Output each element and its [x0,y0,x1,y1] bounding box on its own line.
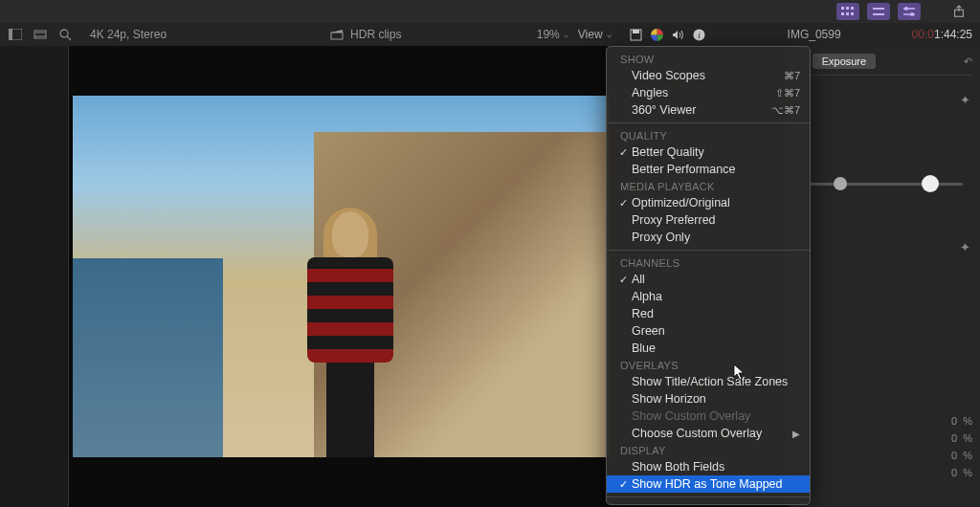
svg-rect-15 [34,31,46,38]
svg-rect-5 [851,12,854,15]
clip-name: HDR clips [350,28,401,41]
clip-title: IMG_0599 [788,28,841,41]
view-menu-button[interactable]: View ⌵ [572,26,617,43]
menu-item-optimized[interactable]: ✓Optimized/Original [607,194,810,211]
chevron-down-icon[interactable]: ⌵ [564,30,568,39]
menu-header-overlays: OVERLAYS [607,357,810,373]
zoom-percent[interactable]: 19% [537,28,560,41]
clapperboard-icon [329,27,345,42]
svg-rect-20 [331,33,343,39]
menu-item-blue[interactable]: Blue [607,340,810,357]
inspector-panel: ‹ Exposure ↶ ✦ ✦ 0% 0% 0% 0% [789,46,980,507]
svg-rect-0 [841,7,844,10]
menu-item-green[interactable]: Green [607,322,810,340]
menu-item-safe-zones[interactable]: Show Title/Action Safe Zones [607,373,810,390]
svg-rect-14 [9,29,12,40]
menu-header-channels: CHANNELS [607,254,810,271]
layout-grid-button[interactable] [836,3,859,20]
param-list: 0% 0% 0% 0% [797,412,972,481]
menu-item-better-performance[interactable]: Better Performance [607,161,810,178]
param-row: 0% [797,464,972,481]
chevron-down-icon: ⌵ [607,30,612,39]
undo-icon[interactable]: ↶ [964,55,972,68]
shadow-icon: ✦ [960,240,970,254]
menu-header-range: RANGE CHECK (Rec. 2020 HLG) [607,501,810,505]
adjustments-button[interactable] [898,3,921,20]
format-label: 4K 24p, Stereo [90,28,167,41]
menu-header-quality: QUALITY [607,127,810,143]
svg-rect-6 [873,8,884,10]
slider-knob-shadows[interactable] [834,177,847,190]
sidebar-toggle-icon[interactable] [8,27,23,42]
exposure-slider-area: ✦ ✦ [797,87,972,278]
menu-header-show: SHOW [607,51,810,67]
volume-icon[interactable] [671,27,686,42]
filmstrip-icon[interactable] [33,27,48,42]
slider-track[interactable] [807,183,963,186]
svg-rect-22 [633,30,639,33]
menu-item-proxy-only[interactable]: Proxy Only [607,229,810,246]
inspector-tabs: ‹ Exposure ↶ [797,54,972,76]
menu-item-alpha[interactable]: Alpha [607,288,810,305]
search-icon[interactable] [57,27,73,42]
timecode: 00:01:44:25 [912,28,972,41]
menu-item-show-custom-overlay: Show Custom Overlay [607,408,810,425]
top-toolbar [0,0,980,23]
svg-point-9 [904,7,908,11]
save-icon[interactable] [629,27,644,42]
menu-header-display: DISPLAY [607,442,810,458]
menu-item-choose-custom-overlay[interactable]: Choose Custom Overlay▶ [607,425,810,442]
svg-point-11 [910,12,914,16]
layout-list-button[interactable] [867,3,890,20]
svg-point-18 [60,30,68,37]
menu-item-proxy-preferred[interactable]: Proxy Preferred [607,211,810,229]
menu-item-horizon[interactable]: Show Horizon [607,390,810,408]
menu-item-all[interactable]: ✓All [607,271,810,288]
share-button[interactable] [947,3,970,20]
menu-item-angles[interactable]: Angles⇧⌘7 [607,84,810,101]
main-area: ‹ Exposure ↶ ✦ ✦ 0% 0% 0% 0% [0,46,980,507]
cursor-icon [733,364,746,384]
view-label: View [578,28,603,41]
menu-header-media: MEDIA PLAYBACK [607,178,810,194]
param-row: 0% [797,412,972,430]
menu-item-red[interactable]: Red [607,305,810,322]
menu-item-360-viewer[interactable]: 360° Viewer⌥⌘7 [607,101,810,119]
menu-item-hdr-tonemapped[interactable]: ✓Show HDR as Tone Mapped [607,475,810,493]
menu-item-video-scopes[interactable]: Video Scopes⌘7 [607,67,810,84]
slider-knob-highlights[interactable] [922,175,939,192]
svg-rect-4 [846,12,849,15]
param-row: 0% [797,430,972,447]
menu-item-better-quality[interactable]: ✓Better Quality [607,143,810,161]
svg-rect-7 [873,13,884,15]
highlight-icon: ✦ [960,93,970,107]
menu-item-both-fields[interactable]: Show Both Fields [607,458,810,475]
param-row: 0% [797,447,972,464]
tab-exposure[interactable]: Exposure [813,54,876,69]
view-dropdown-menu: SHOW Video Scopes⌘7 Angles⇧⌘7 360° Viewe… [606,46,811,505]
info-icon[interactable]: i [692,27,707,42]
svg-rect-3 [841,12,844,15]
viewer-frame [73,96,609,457]
info-bar: 4K 24p, Stereo HDR clips 19% ⌵ View ⌵ i … [0,23,980,46]
svg-rect-1 [846,7,849,10]
svg-line-19 [67,36,71,40]
left-gutter [0,46,69,507]
color-wheel-icon[interactable] [650,27,665,42]
svg-rect-2 [851,7,854,10]
